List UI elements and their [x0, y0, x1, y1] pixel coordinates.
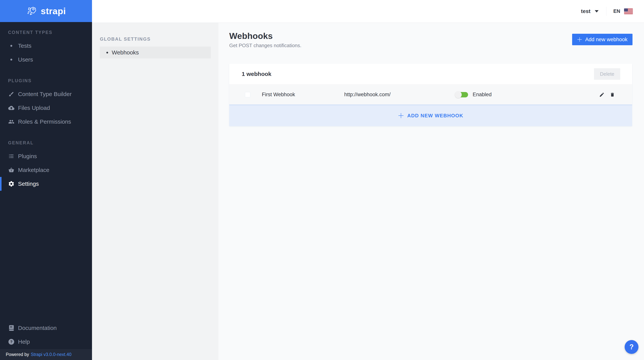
- sidebar-item-label: Plugins: [18, 153, 37, 160]
- section-plugins: PLUGINS Content Type Builder Files Uploa…: [0, 77, 92, 129]
- add-webhook-row[interactable]: ADD NEW WEBHOOK: [229, 105, 632, 126]
- powered-by-text: Powered by: [6, 352, 29, 357]
- locale-switcher[interactable]: EN: [613, 8, 633, 14]
- list-icon: [8, 153, 14, 159]
- sidebar-item-settings[interactable]: Settings: [0, 177, 92, 191]
- sidebar-item-help[interactable]: ? Help: [0, 335, 92, 349]
- webhook-status: Enabled: [473, 92, 492, 98]
- plus-icon: [577, 37, 582, 42]
- edit-pencil-icon[interactable]: [599, 92, 604, 98]
- bullet-icon: [8, 45, 14, 47]
- us-flag-icon: [624, 8, 633, 14]
- sidebar-item-label: Documentation: [18, 325, 57, 331]
- help-fab-button[interactable]: ?: [625, 340, 638, 354]
- app-root: strapi CONTENT TYPES Tests Users PLUGINS: [0, 0, 644, 360]
- sidebar-item-label: Help: [18, 338, 30, 345]
- cloud-upload-icon: [8, 105, 14, 111]
- webhooks-card-header: 1 webhook Delete: [229, 64, 632, 84]
- sidebar-item-label: Files Upload: [18, 105, 50, 111]
- powered-by-bar: Powered by Strapi v3.0.0-next.40: [0, 349, 92, 360]
- section-content-types: CONTENT TYPES Tests Users: [0, 29, 92, 66]
- toggle-knob: [455, 91, 462, 98]
- settings-nav-item-webhooks[interactable]: Webhooks: [100, 46, 211, 58]
- bullet-icon: [8, 59, 14, 60]
- sidebar-item-roles-permissions[interactable]: Roles & Permissions: [0, 115, 92, 129]
- locale-code: EN: [613, 8, 620, 14]
- sidebar-item-marketplace[interactable]: Marketplace: [0, 163, 92, 177]
- brush-icon: [8, 91, 14, 97]
- add-webhook-row-label: ADD NEW WEBHOOK: [407, 113, 464, 119]
- sidebar-item-plugins[interactable]: Plugins: [0, 149, 92, 163]
- sidebar-nav: CONTENT TYPES Tests Users PLUGINS Cont: [0, 22, 92, 191]
- sidebar-footer: Documentation ? Help: [0, 321, 92, 349]
- section-label: GENERAL: [0, 139, 92, 146]
- sidebar-item-files-upload[interactable]: Files Upload: [0, 101, 92, 115]
- sidebar-item-tests[interactable]: Tests: [0, 39, 92, 53]
- global-settings-label: GLOBAL SETTINGS: [100, 36, 211, 42]
- username: test: [581, 8, 590, 14]
- row-checkbox[interactable]: [245, 92, 250, 98]
- sidebar: strapi CONTENT TYPES Tests Users PLUGINS: [0, 0, 92, 360]
- sidebar-item-label: Tests: [18, 42, 32, 49]
- logo[interactable]: strapi: [0, 0, 92, 22]
- sidebar-item-content-type-builder[interactable]: Content Type Builder: [0, 87, 92, 101]
- user-menu[interactable]: test: [581, 8, 598, 14]
- sidebar-item-users[interactable]: Users: [0, 53, 92, 66]
- page-subtitle: Get POST changes notifications.: [229, 42, 302, 48]
- main-content: Webhooks Get POST changes notifications.…: [218, 23, 644, 360]
- trash-icon[interactable]: [610, 92, 615, 98]
- sidebar-item-label: Content Type Builder: [18, 91, 72, 98]
- book-icon: [8, 325, 14, 331]
- settings-panel: GLOBAL SETTINGS Webhooks: [92, 23, 218, 360]
- section-general: GENERAL Plugins Marketplace: [0, 139, 92, 191]
- users-icon: [8, 119, 14, 125]
- strapi-rocket-icon: [26, 6, 38, 17]
- brand-name: strapi: [41, 6, 66, 16]
- page-header: Webhooks Get POST changes notifications.…: [229, 31, 632, 48]
- enabled-toggle[interactable]: [456, 92, 468, 98]
- page-title: Webhooks: [229, 31, 302, 41]
- plus-icon: [398, 113, 404, 118]
- webhook-count: 1 webhook: [242, 71, 272, 77]
- webhook-url: http://webhook.com/: [344, 92, 456, 98]
- webhook-row[interactable]: First Webhook http://webhook.com/ Enable…: [229, 84, 632, 105]
- section-label: CONTENT TYPES: [0, 29, 92, 36]
- add-new-webhook-button[interactable]: Add new webhook: [572, 34, 632, 45]
- add-new-webhook-label: Add new webhook: [585, 36, 628, 42]
- webhooks-card: 1 webhook Delete First Webhook http://we…: [229, 64, 632, 126]
- row-actions: [599, 92, 615, 98]
- sidebar-item-label: Users: [18, 56, 33, 63]
- delete-button[interactable]: Delete: [594, 68, 620, 80]
- webhook-name: First Webhook: [262, 92, 344, 98]
- section-label: PLUGINS: [0, 77, 92, 84]
- sidebar-item-label: Settings: [18, 180, 39, 187]
- gear-icon: [8, 181, 14, 187]
- sidebar-item-label: Roles & Permissions: [18, 118, 71, 125]
- sidebar-item-documentation[interactable]: Documentation: [0, 321, 92, 335]
- topbar-divider: [606, 7, 606, 16]
- chevron-down-icon: [595, 10, 598, 12]
- strapi-version-link[interactable]: Strapi v3.0.0-next.40: [31, 352, 71, 357]
- basket-icon: [8, 167, 14, 173]
- bullet-icon: [106, 52, 108, 54]
- topbar: test EN: [92, 0, 644, 22]
- settings-nav-item-label: Webhooks: [112, 49, 139, 56]
- sidebar-item-label: Marketplace: [18, 167, 49, 173]
- question-icon: ?: [8, 339, 14, 345]
